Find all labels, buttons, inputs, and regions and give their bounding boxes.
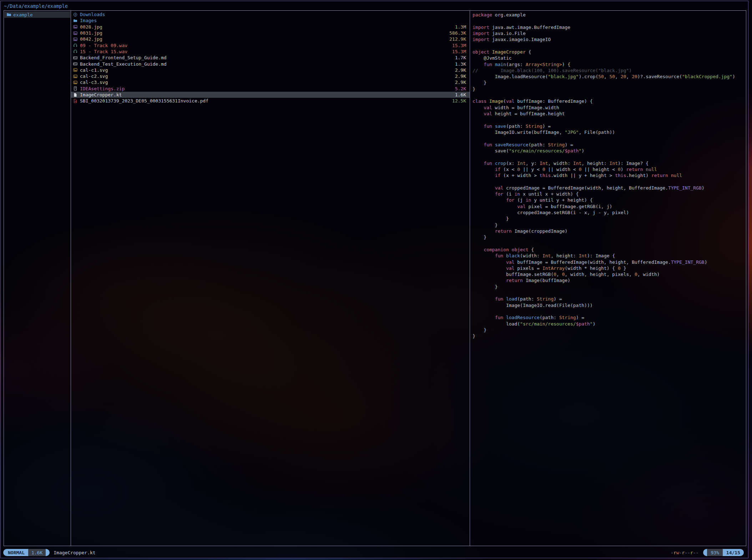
file-size: 12.5K [452,98,466,104]
mode-badge: NORMAL [3,549,28,556]
cursor-position: 14/15 [723,549,744,556]
file-name: 0042.jpg [80,36,449,42]
file-size: 15.3M [452,49,466,54]
file-row[interactable]: 0028.jpg 1.3M [71,24,470,30]
markdown-icon [73,62,78,66]
powerline-cap-icon [703,549,707,556]
file-size: 2.9K [455,67,466,73]
file-size: 1.3K [455,61,466,67]
status-left: NORMAL 1.6K ImageCropper.kt [3,549,96,556]
file-name: Images [80,18,466,23]
file-icon [73,93,78,97]
file-size: 1.6K [455,92,466,97]
file-name: Downloads [80,12,466,17]
file-name: cal-c1.svg [80,67,455,73]
file-size: 1.7K [455,55,466,60]
image-icon [73,25,78,29]
file-name: Backend_Test_Execution_Guide.md [80,61,455,67]
status-file-size: 1.6K [28,549,46,556]
file-name: 15 - Track 15.wav [80,49,452,54]
file-name: 0031.jpg [80,30,449,36]
file-name: SBI_0032013739_2023_DE05_0003155631Invoi… [80,98,452,104]
file-name: 09 - Track 09.wav [80,43,452,48]
desktop-wallpaper: ~/Data/example/example example Downloads… [0,0,752,560]
file-row[interactable]: Backend_Frontend_Setup_Guide.md 1.7K [71,55,470,61]
breadcrumb-path: ~/Data/example/example [4,2,68,10]
scroll-percent: 93% [707,549,722,556]
file-row[interactable]: 0042.jpg 212.9K [71,36,470,42]
file-row[interactable]: cal-c2.svg 2.9K [71,73,470,79]
file-size: 212.9K [449,36,466,42]
image-icon [73,74,78,79]
zip-icon [73,86,78,91]
file-name: 0028.jpg [80,24,455,30]
powerline-cap-icon [46,549,50,556]
file-row[interactable]: cal-c3.svg 2.9K [71,79,470,85]
audio-icon [73,49,78,54]
file-row[interactable]: 15 - Track 15.wav 15.3M [71,49,470,55]
preview-pane: package org.example import java.awt.imag… [470,11,746,545]
file-row[interactable]: ImageCropper.kt 1.6K [71,92,470,98]
current-pane: Downloads Images 0028.jpg 1.3M 0031.jpg … [71,11,470,104]
file-size: 586.3K [449,30,466,36]
image-icon [73,68,78,72]
file-permissions: -rw-r--r-- [671,550,698,555]
code-preview: package org.example import java.awt.imag… [470,11,746,339]
parent-dir-item[interactable]: example [4,11,70,18]
file-name: cal-c2.svg [80,74,455,79]
file-row[interactable]: SBI_0032013739_2023_DE05_0003155631Invoi… [71,98,470,104]
file-size: 15.3M [452,43,466,48]
terminal-window: ~/Data/example/example example Downloads… [0,1,748,558]
file-row[interactable]: IDEAsettings.zip 5.2K [71,86,470,92]
markdown-icon [73,56,78,60]
file-name: Backend_Frontend_Setup_Guide.md [80,55,455,60]
file-row[interactable]: 0031.jpg 586.3K [71,30,470,36]
image-icon [73,31,78,35]
file-name: IDEAsettings.zip [80,86,455,91]
file-row[interactable]: Images [71,17,470,24]
yazi-manager: example Downloads Images 0028.jpg 1.3M 0… [4,10,746,546]
folder-icon [73,19,78,23]
file-size: 1.3M [455,24,466,30]
pdf-icon [73,99,78,103]
status-bar: NORMAL 1.6K ImageCropper.kt -rw-r--r-- 9… [3,549,744,556]
audio-icon [73,43,78,47]
file-size: 2.9K [455,74,466,79]
file-size: 2.9K [455,80,466,85]
file-size: 5.2K [455,86,466,91]
status-file-name: ImageCropper.kt [54,550,95,555]
file-row[interactable]: Backend_Test_Execution_Guide.md 1.3K [71,61,470,67]
status-right: -rw-r--r-- 93% 14/15 [671,549,744,556]
parent-dir-label: example [13,12,33,17]
image-icon [73,80,78,85]
file-row[interactable]: cal-c1.svg 2.9K [71,67,470,73]
image-icon [73,37,78,41]
file-row[interactable]: 09 - Track 09.wav 15.3M [71,42,470,48]
file-name: ImageCropper.kt [80,92,455,97]
file-name: cal-c3.svg [80,80,455,85]
parent-pane: example [4,11,70,18]
folder-icon [6,12,11,17]
file-row[interactable]: Downloads [71,11,470,17]
download-icon [73,12,78,17]
